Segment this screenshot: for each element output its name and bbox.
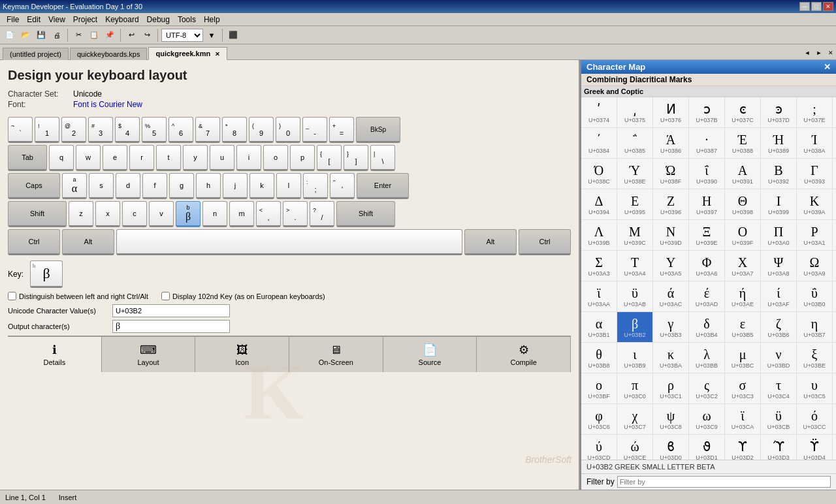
- tab-layout[interactable]: ⌨ Layout: [102, 337, 196, 372]
- charmap-cell-U+03AE[interactable]: ήU+03AE: [725, 281, 761, 311]
- charmap-cell-U+03A5[interactable]: ΥU+03A5: [653, 251, 689, 281]
- key-period[interactable]: >.: [283, 201, 308, 227]
- print-button[interactable]: 🖨: [50, 28, 64, 42]
- copy-button[interactable]: 📋: [87, 28, 101, 42]
- key-a[interactable]: aα: [62, 173, 87, 199]
- charmap-cell-U+03A9[interactable]: ΩU+03A9: [797, 251, 833, 281]
- tab-icon[interactable]: 🖼 Icon: [195, 337, 289, 372]
- charmap-cell-U+038A[interactable]: ΊU+038A: [797, 128, 833, 158]
- key-minus[interactable]: _-: [302, 117, 327, 143]
- charmap-cell-U+03B4[interactable]: δU+03B4: [689, 312, 725, 342]
- menubar-item-keyboard[interactable]: Keyboard: [101, 14, 142, 25]
- checkbox-102-input[interactable]: [161, 292, 170, 300]
- key-3[interactable]: #3: [88, 117, 113, 143]
- tab-untitled-project[interactable]: (untitled project): [3, 48, 69, 60]
- charmap-cell-U+03C7[interactable]: χU+03C7: [617, 404, 653, 434]
- key-4[interactable]: $4: [115, 117, 140, 143]
- key-0[interactable]: )0: [276, 117, 300, 143]
- key-x[interactable]: x: [95, 201, 120, 227]
- key-1[interactable]: !1: [35, 117, 59, 143]
- charmap-cell-U+0393[interactable]: ΓU+0393: [797, 159, 833, 189]
- charmap-cell-U+03BB[interactable]: λU+03BB: [689, 343, 725, 373]
- unicode-value-input[interactable]: [112, 304, 230, 317]
- charmap-cell-U+03B8[interactable]: θU+03B8: [581, 343, 617, 373]
- key-b[interactable]: bβ: [176, 201, 201, 227]
- charmap-cell-U+0399[interactable]: ΙU+0399: [761, 189, 797, 219]
- charmap-cell-U+03BA[interactable]: κU+03BA: [653, 343, 689, 373]
- charmap-cell-U+03C2[interactable]: ςU+03C2: [689, 373, 725, 403]
- extra-button[interactable]: ⬛: [226, 28, 240, 42]
- key-equals[interactable]: +=: [329, 117, 354, 143]
- key-lbracket[interactable]: {[: [317, 145, 342, 171]
- key-m[interactable]: m: [229, 201, 254, 227]
- tab-prev-button[interactable]: ◄: [802, 48, 812, 58]
- charmap-cell-U+0392[interactable]: ΒU+0392: [761, 159, 797, 189]
- charmap-cell-U+038E[interactable]: ΎU+038E: [617, 159, 653, 189]
- key-lctrl[interactable]: Ctrl: [8, 229, 60, 255]
- checkbox-leftright-input[interactable]: [8, 292, 16, 300]
- key-lalt[interactable]: Alt: [62, 229, 114, 255]
- cut-button[interactable]: ✂: [71, 28, 86, 42]
- key-comma[interactable]: <,: [256, 201, 281, 227]
- charmap-cell-U+03B2[interactable]: βU+03B2: [617, 312, 653, 342]
- undo-button[interactable]: ↩: [124, 28, 138, 42]
- charmap-cell-U+03BF[interactable]: οU+03BF: [581, 373, 617, 403]
- key-lshift[interactable]: Shift: [8, 201, 67, 227]
- charmap-cell-U+03D3[interactable]: ϓU+03D3: [761, 435, 797, 460]
- minimize-button[interactable]: ─: [799, 2, 810, 11]
- key-2[interactable]: @2: [61, 117, 86, 143]
- key-caps[interactable]: Caps: [8, 173, 60, 199]
- key-tab[interactable]: Tab: [8, 145, 47, 171]
- key-s[interactable]: s: [89, 173, 114, 199]
- key-d[interactable]: d: [116, 173, 140, 199]
- charmap-cell-U+0388[interactable]: ΈU+0388: [725, 128, 761, 158]
- charmap-cell-U+0387[interactable]: ·U+0387: [689, 128, 725, 158]
- tab-source[interactable]: 📄 Source: [383, 337, 477, 372]
- tab-next-button[interactable]: ►: [814, 48, 824, 58]
- charmap-cell-U+03CC[interactable]: όU+03CC: [797, 404, 833, 434]
- charmap-cell-U+03D1[interactable]: ϑU+03D1: [689, 435, 725, 460]
- charmap-cell-U+03A6[interactable]: ΦU+03A6: [689, 251, 725, 281]
- charmap-cell-U+03CE[interactable]: ώU+03CE: [617, 435, 653, 460]
- encoding-select[interactable]: UTF-8 UTF-16 ANSI: [161, 29, 203, 42]
- key-quote[interactable]: "': [330, 173, 355, 199]
- charmap-cell-U+03D4[interactable]: ϔU+03D4: [797, 435, 833, 460]
- charmap-cell-U+03AA[interactable]: ϊU+03AA: [581, 281, 617, 311]
- charmap-cell-U+03CA[interactable]: ϊU+03CA: [725, 404, 761, 434]
- menubar-item-help[interactable]: Help: [200, 14, 224, 25]
- charmap-cell-U+03AC[interactable]: άU+03AC: [653, 281, 689, 311]
- key-w[interactable]: w: [76, 145, 101, 171]
- key-y[interactable]: y: [183, 145, 208, 171]
- tab-quickkeyboards[interactable]: quickkeyboards.kps: [70, 48, 148, 60]
- charmap-cell-U+0374[interactable]: ʹU+0374: [581, 97, 617, 127]
- charmap-filter-input[interactable]: [617, 476, 831, 488]
- charmap-cell-U+039A[interactable]: ΚU+039A: [797, 189, 833, 219]
- charmap-cell-U+038C[interactable]: ΌU+038C: [581, 159, 617, 189]
- charmap-cell-U+03A4[interactable]: ΤU+03A4: [617, 251, 653, 281]
- key-v[interactable]: v: [149, 201, 174, 227]
- output-char-input[interactable]: [112, 320, 230, 333]
- menubar-item-view[interactable]: View: [44, 14, 69, 25]
- key-backspace[interactable]: BkSp: [356, 117, 400, 143]
- key-backslash[interactable]: |\: [370, 145, 395, 171]
- key-u[interactable]: u: [210, 145, 234, 171]
- charmap-cell-U+03CD[interactable]: ύU+03CD: [581, 435, 617, 460]
- charmap-cell-U+03AD[interactable]: έU+03AD: [689, 281, 725, 311]
- redo-button[interactable]: ↪: [140, 28, 154, 42]
- charmap-cell-U+037D[interactable]: ͽU+037D: [761, 97, 797, 127]
- charmap-cell-U+03C0[interactable]: πU+03C0: [617, 373, 653, 403]
- charmap-cell-U+0385[interactable]: ΅U+0385: [617, 128, 653, 158]
- charmap-close-button[interactable]: ✕: [824, 62, 831, 72]
- charmap-cell-U+03A8[interactable]: ΨU+03A8: [761, 251, 797, 281]
- charmap-cell-U+03B6[interactable]: ζU+03B6: [761, 312, 797, 342]
- encoding-extra-button[interactable]: ▼: [204, 28, 219, 42]
- close-button[interactable]: ✕: [823, 2, 833, 11]
- key-backtick[interactable]: ~`: [8, 117, 33, 143]
- charmap-cell-U+039E[interactable]: ΞU+039E: [689, 220, 725, 250]
- charmap-cell-U+03A1[interactable]: ΡU+03A1: [797, 220, 833, 250]
- key-6[interactable]: ^6: [169, 117, 193, 143]
- charmap-cell-U+0391[interactable]: ΑU+0391: [725, 159, 761, 189]
- key-enter[interactable]: Enter: [357, 173, 409, 199]
- key-semicolon[interactable]: :;: [303, 173, 328, 199]
- key-n[interactable]: n: [202, 201, 227, 227]
